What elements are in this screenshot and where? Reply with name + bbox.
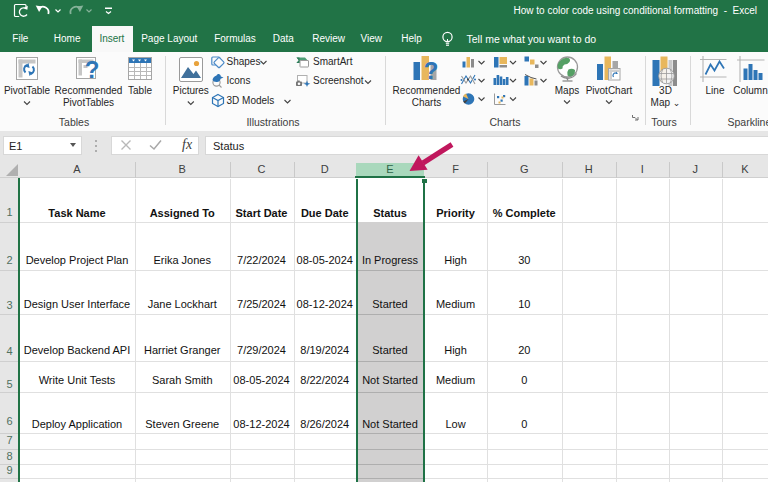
svg-text:?: ? [424, 57, 439, 84]
svg-text:?: ? [85, 56, 100, 83]
